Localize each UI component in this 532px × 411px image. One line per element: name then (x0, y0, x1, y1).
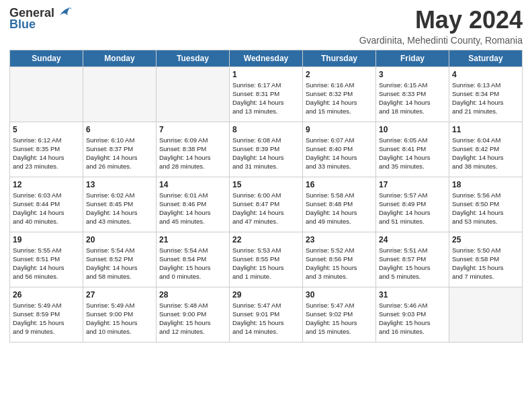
day-info: Sunrise: 6:07 AMSunset: 8:40 PMDaylight:… (306, 136, 373, 171)
day-number: 28 (159, 290, 226, 300)
day-number: 9 (306, 125, 373, 134)
calendar-day-cell: 15Sunrise: 6:00 AMSunset: 8:47 PMDayligh… (230, 177, 303, 232)
calendar-day-cell: 21Sunrise: 5:54 AMSunset: 8:54 PMDayligh… (157, 232, 230, 287)
calendar-day-cell: 24Sunrise: 5:51 AMSunset: 8:57 PMDayligh… (376, 232, 449, 287)
calendar-day-cell: 31Sunrise: 5:46 AMSunset: 9:03 PMDayligh… (376, 287, 449, 342)
day-info: Sunrise: 5:54 AMSunset: 8:54 PMDaylight:… (159, 246, 226, 281)
day-number: 31 (379, 290, 446, 300)
day-number: 1 (232, 70, 300, 79)
calendar-day-cell: 25Sunrise: 5:50 AMSunset: 8:58 PMDayligh… (449, 232, 523, 287)
day-number: 17 (379, 180, 446, 189)
calendar-week-row: 19Sunrise: 5:55 AMSunset: 8:51 PMDayligh… (10, 232, 523, 287)
page: General Blue May 2024 Gvardinita, Mehedi… (0, 0, 532, 411)
day-info: Sunrise: 6:03 AMSunset: 8:44 PMDaylight:… (13, 191, 80, 226)
logo: General Blue (9, 7, 72, 32)
day-info: Sunrise: 5:52 AMSunset: 8:56 PMDaylight:… (306, 246, 373, 281)
calendar-day-cell: 27Sunrise: 5:49 AMSunset: 9:00 PMDayligh… (83, 287, 157, 342)
calendar-day-cell: 8Sunrise: 6:08 AMSunset: 8:39 PMDaylight… (230, 122, 303, 177)
calendar-day-cell: 26Sunrise: 5:49 AMSunset: 8:59 PMDayligh… (10, 287, 83, 342)
day-number: 15 (232, 180, 300, 189)
calendar-day-cell: 4Sunrise: 6:13 AMSunset: 8:34 PMDaylight… (449, 66, 523, 122)
day-info: Sunrise: 6:01 AMSunset: 8:46 PMDaylight:… (159, 191, 226, 226)
day-info: Sunrise: 5:46 AMSunset: 9:03 PMDaylight:… (379, 301, 446, 336)
day-info: Sunrise: 6:16 AMSunset: 8:32 PMDaylight:… (306, 81, 373, 116)
day-info: Sunrise: 5:55 AMSunset: 8:51 PMDaylight:… (13, 246, 80, 281)
calendar-title: May 2024 (359, 7, 523, 34)
calendar-day-cell: 14Sunrise: 6:01 AMSunset: 8:46 PMDayligh… (157, 177, 230, 232)
day-number: 14 (159, 180, 226, 189)
calendar-day-cell: 29Sunrise: 5:47 AMSunset: 9:01 PMDayligh… (230, 287, 303, 342)
calendar-day-cell: 19Sunrise: 5:55 AMSunset: 8:51 PMDayligh… (10, 232, 83, 287)
calendar-day-cell: 30Sunrise: 5:47 AMSunset: 9:02 PMDayligh… (303, 287, 376, 342)
day-number: 12 (13, 180, 80, 189)
col-wednesday: Wednesday (230, 50, 303, 66)
day-number: 21 (159, 235, 226, 244)
day-info: Sunrise: 5:54 AMSunset: 8:52 PMDaylight:… (86, 246, 153, 281)
calendar-week-row: 26Sunrise: 5:49 AMSunset: 8:59 PMDayligh… (10, 287, 523, 342)
calendar-day-cell: 22Sunrise: 5:53 AMSunset: 8:55 PMDayligh… (230, 232, 303, 287)
calendar-day-cell (157, 66, 230, 122)
calendar-day-cell (83, 66, 157, 122)
calendar-header-row: Sunday Monday Tuesday Wednesday Thursday… (10, 50, 523, 66)
calendar-day-cell: 18Sunrise: 5:56 AMSunset: 8:50 PMDayligh… (449, 177, 523, 232)
day-info: Sunrise: 5:51 AMSunset: 8:57 PMDaylight:… (379, 246, 446, 281)
day-info: Sunrise: 6:09 AMSunset: 8:38 PMDaylight:… (159, 136, 226, 171)
logo-blue-text: Blue (9, 17, 36, 32)
calendar-day-cell: 16Sunrise: 5:58 AMSunset: 8:48 PMDayligh… (303, 177, 376, 232)
day-number: 2 (306, 70, 373, 79)
calendar-week-row: 5Sunrise: 6:12 AMSunset: 8:35 PMDaylight… (10, 122, 523, 177)
day-number: 25 (452, 235, 519, 244)
col-thursday: Thursday (303, 50, 376, 66)
calendar-day-cell: 2Sunrise: 6:16 AMSunset: 8:32 PMDaylight… (303, 66, 376, 122)
col-monday: Monday (83, 50, 157, 66)
header: General Blue May 2024 Gvardinita, Mehedi… (9, 7, 523, 46)
day-info: Sunrise: 6:05 AMSunset: 8:41 PMDaylight:… (379, 136, 446, 171)
day-number: 13 (86, 180, 153, 189)
calendar-week-row: 12Sunrise: 6:03 AMSunset: 8:44 PMDayligh… (10, 177, 523, 232)
day-number: 22 (232, 235, 300, 244)
day-number: 18 (452, 180, 519, 189)
day-info: Sunrise: 5:48 AMSunset: 9:00 PMDaylight:… (159, 301, 226, 336)
day-number: 6 (86, 125, 153, 134)
day-info: Sunrise: 5:53 AMSunset: 8:55 PMDaylight:… (232, 246, 300, 281)
day-info: Sunrise: 5:49 AMSunset: 8:59 PMDaylight:… (13, 301, 80, 336)
calendar-day-cell (10, 66, 83, 122)
calendar-day-cell: 11Sunrise: 6:04 AMSunset: 8:42 PMDayligh… (449, 122, 523, 177)
day-info: Sunrise: 5:47 AMSunset: 9:02 PMDaylight:… (306, 301, 373, 336)
calendar-table: Sunday Monday Tuesday Wednesday Thursday… (9, 50, 523, 342)
day-number: 30 (306, 290, 373, 300)
day-info: Sunrise: 5:49 AMSunset: 9:00 PMDaylight:… (86, 301, 153, 336)
day-info: Sunrise: 5:47 AMSunset: 9:01 PMDaylight:… (232, 301, 300, 336)
calendar-day-cell: 10Sunrise: 6:05 AMSunset: 8:41 PMDayligh… (376, 122, 449, 177)
day-info: Sunrise: 5:50 AMSunset: 8:58 PMDaylight:… (452, 246, 519, 281)
day-number: 4 (452, 70, 519, 79)
day-number: 11 (452, 125, 519, 134)
calendar-day-cell: 28Sunrise: 5:48 AMSunset: 9:00 PMDayligh… (157, 287, 230, 342)
day-number: 27 (86, 290, 153, 300)
day-info: Sunrise: 6:02 AMSunset: 8:45 PMDaylight:… (86, 191, 153, 226)
day-number: 5 (13, 125, 80, 134)
calendar-day-cell: 12Sunrise: 6:03 AMSunset: 8:44 PMDayligh… (10, 177, 83, 232)
calendar-day-cell: 20Sunrise: 5:54 AMSunset: 8:52 PMDayligh… (83, 232, 157, 287)
calendar-day-cell: 23Sunrise: 5:52 AMSunset: 8:56 PMDayligh… (303, 232, 376, 287)
day-number: 20 (86, 235, 153, 244)
title-block: May 2024 Gvardinita, Mehedinti County, R… (359, 7, 523, 46)
calendar-day-cell: 17Sunrise: 5:57 AMSunset: 8:49 PMDayligh… (376, 177, 449, 232)
day-number: 10 (379, 125, 446, 134)
logo-bird-icon (56, 5, 72, 20)
day-number: 19 (13, 235, 80, 244)
calendar-day-cell: 13Sunrise: 6:02 AMSunset: 8:45 PMDayligh… (83, 177, 157, 232)
calendar-day-cell: 3Sunrise: 6:15 AMSunset: 8:33 PMDaylight… (376, 66, 449, 122)
day-info: Sunrise: 6:13 AMSunset: 8:34 PMDaylight:… (452, 81, 519, 116)
day-info: Sunrise: 5:57 AMSunset: 8:49 PMDaylight:… (379, 191, 446, 226)
calendar-week-row: 1Sunrise: 6:17 AMSunset: 8:31 PMDaylight… (10, 66, 523, 122)
calendar-day-cell: 6Sunrise: 6:10 AMSunset: 8:37 PMDaylight… (83, 122, 157, 177)
day-info: Sunrise: 6:10 AMSunset: 8:37 PMDaylight:… (86, 136, 153, 171)
calendar-day-cell: 7Sunrise: 6:09 AMSunset: 8:38 PMDaylight… (157, 122, 230, 177)
calendar-day-cell (449, 287, 523, 342)
day-number: 16 (306, 180, 373, 189)
col-sunday: Sunday (10, 50, 83, 66)
day-info: Sunrise: 6:15 AMSunset: 8:33 PMDaylight:… (379, 81, 446, 116)
day-number: 24 (379, 235, 446, 244)
col-saturday: Saturday (449, 50, 523, 66)
